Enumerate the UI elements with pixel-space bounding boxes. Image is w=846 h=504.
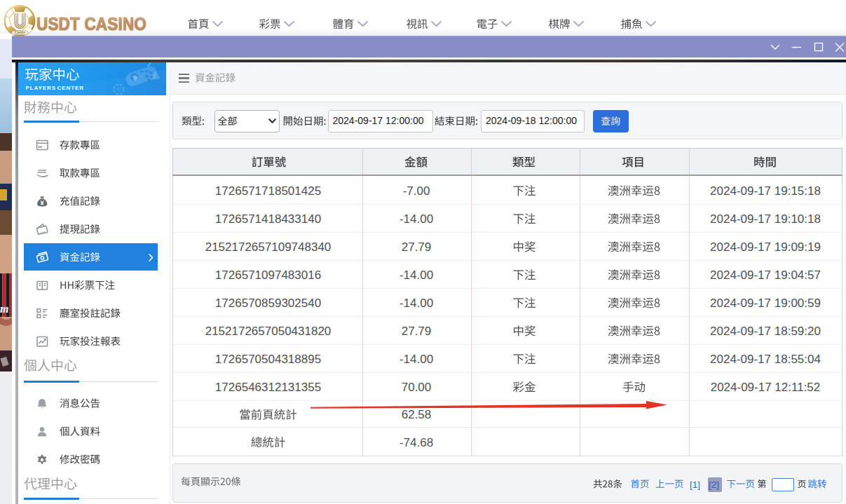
svg-text:m: m: [0, 303, 8, 315]
